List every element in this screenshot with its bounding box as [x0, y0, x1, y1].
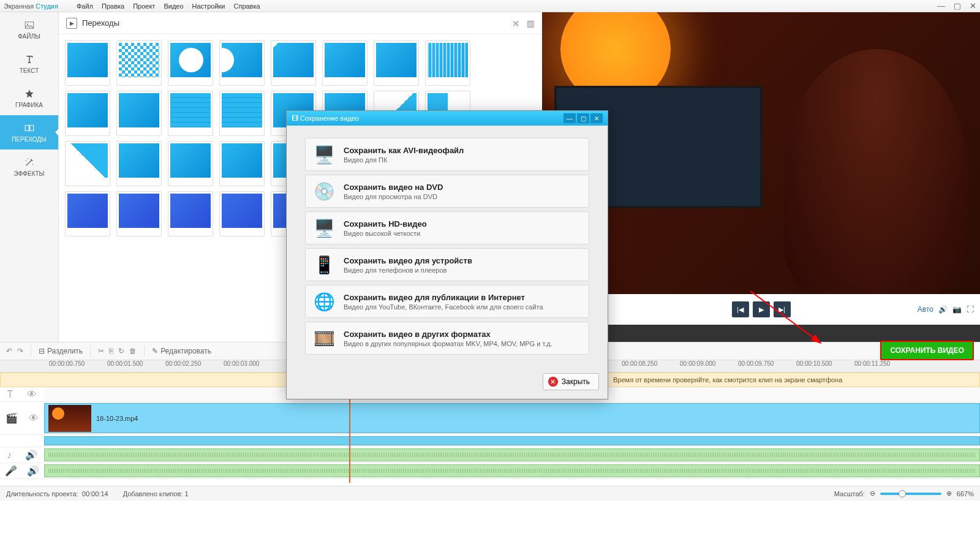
split-button[interactable]: ⊟ Разделить	[39, 347, 83, 355]
menu-settings[interactable]: Настройки	[192, 2, 225, 10]
menu-help[interactable]: Справка	[233, 2, 260, 10]
window-controls: — ▢ ✕	[937, 1, 976, 10]
clip-name: 18-10-23.mp4	[96, 415, 138, 422]
tab-files[interactable]: ФАЙЛЫ	[0, 12, 58, 47]
transition-thumb[interactable]	[116, 141, 162, 186]
cut-button[interactable]: ✂	[98, 347, 104, 355]
minimize-icon[interactable]: —	[937, 1, 945, 10]
close-x-icon: ✕	[548, 377, 558, 387]
tab-effects[interactable]: ЭФФЕКТЫ	[0, 149, 58, 184]
zoom-in-button[interactable]: ⊕	[946, 490, 952, 497]
next-frame-button[interactable]: ▶|	[774, 301, 791, 317]
maximize-icon[interactable]: ▢	[954, 1, 961, 10]
text-icon	[24, 54, 35, 65]
music-track-icon: ♪	[7, 450, 12, 461]
menu-file[interactable]: Файл	[77, 2, 93, 10]
tick: 00:00:09.750	[738, 360, 774, 367]
paste-button[interactable]: ↻	[118, 347, 124, 355]
main-menu: Файл Правка Проект Видео Настройки Справ…	[77, 2, 260, 10]
tick: 00:00:02.250	[165, 360, 201, 367]
transition-thumb[interactable]	[322, 40, 368, 86]
dialog-minimize-icon[interactable]: —	[564, 113, 576, 123]
transition-thumb[interactable]	[65, 141, 110, 186]
transition-thumb[interactable]	[219, 40, 265, 86]
snapshot-icon[interactable]: 📷	[952, 305, 962, 314]
transitions-title: Переходы	[82, 18, 119, 28]
transition-thumb[interactable]	[168, 40, 213, 86]
save-option-internet[interactable]: 🌐 Сохранить видео для публикации в Интер…	[305, 285, 589, 318]
transition-thumb[interactable]	[116, 191, 162, 236]
apply-all-icon[interactable]: ▥	[527, 18, 535, 28]
dialog-close-icon[interactable]: ✕	[590, 113, 603, 123]
volume-icon[interactable]: 🔊	[25, 449, 37, 461]
dialog-maximize-icon[interactable]: ▢	[577, 113, 589, 123]
shuffle-icon[interactable]: ⤨	[512, 18, 519, 28]
save-option-avi[interactable]: 🖥️ Сохранить как AVI-видеофайлВидео для …	[305, 138, 589, 171]
transition-thumb[interactable]	[116, 40, 162, 86]
transitions-icon	[24, 123, 35, 134]
transition-thumb[interactable]	[219, 91, 265, 136]
save-option-dvd[interactable]: 💿 Сохранить видео на DVDВидео для просмо…	[305, 175, 589, 208]
fullscreen-icon[interactable]: ⛶	[967, 305, 974, 314]
zoom-slider[interactable]	[880, 493, 941, 495]
save-video-button[interactable]: СОХРАНИТЬ ВИДЕО	[880, 341, 974, 360]
transition-thumb[interactable]	[168, 191, 213, 236]
zoom-label: Масштаб:	[834, 490, 865, 497]
preview-content	[784, 49, 968, 294]
transition-thumb[interactable]	[425, 40, 470, 86]
video-track[interactable]: 18-10-23.mp4	[44, 402, 980, 434]
volume-icon[interactable]: 🔊	[938, 305, 948, 314]
dialog-close-button[interactable]: ✕ Закрыть	[543, 373, 599, 390]
audio-clip[interactable]	[44, 464, 980, 477]
copy-button[interactable]: ⎘	[109, 347, 113, 355]
save-option-other[interactable]: 🎞️ Сохранить видео в других форматахВиде…	[305, 322, 589, 355]
menu-edit[interactable]: Правка	[102, 2, 124, 10]
overlay-clip[interactable]	[44, 436, 980, 445]
auto-label[interactable]: Авто	[918, 305, 933, 314]
clip-thumbnail	[48, 405, 91, 432]
prev-frame-button[interactable]: |◀	[732, 301, 749, 317]
save-video-dialog: 🎞 Сохранение видео — ▢ ✕ 🖥️ Сохранить ка…	[286, 110, 608, 399]
save-option-devices[interactable]: 📱 Сохранить видео для устройствВидео для…	[305, 248, 589, 281]
transition-thumb[interactable]	[65, 40, 110, 86]
transition-thumb[interactable]	[168, 91, 213, 136]
video-track-icon: 🎬	[6, 412, 18, 424]
transition-thumb[interactable]	[219, 191, 265, 236]
redo-button[interactable]: ↷	[17, 347, 23, 355]
play-button[interactable]: ▶	[753, 301, 770, 317]
wand-icon	[24, 157, 35, 168]
globe-icon: 🌐	[313, 290, 335, 312]
transition-thumb[interactable]	[271, 40, 316, 86]
transition-thumb[interactable]	[219, 141, 265, 186]
transition-thumb[interactable]	[116, 91, 162, 136]
tab-text[interactable]: ТЕКСТ	[0, 47, 58, 81]
volume-icon[interactable]: 🔊	[27, 465, 39, 477]
tab-transitions[interactable]: ПЕРЕХОДЫ	[0, 115, 58, 149]
tick: 00:00:10.500	[796, 360, 832, 367]
overlay-track[interactable]	[44, 435, 980, 447]
tick: 00:00:00.750	[49, 360, 85, 367]
transition-thumb[interactable]	[65, 91, 110, 136]
edit-button[interactable]: ✎ Редактировать	[152, 347, 211, 355]
transition-thumb[interactable]	[374, 40, 419, 86]
menu-project[interactable]: Проект	[133, 2, 155, 10]
dialog-titlebar[interactable]: 🎞 Сохранение видео — ▢ ✕	[287, 111, 608, 126]
transition-thumb[interactable]	[65, 191, 110, 236]
delete-button[interactable]: 🗑	[129, 347, 137, 355]
eye-icon[interactable]: 👁	[27, 389, 37, 400]
eye-icon[interactable]: 👁	[29, 413, 39, 424]
left-sidebar: ФАЙЛЫ ТЕКСТ ГРАФИКА ПЕРЕХОДЫ ЭФФЕКТЫ	[0, 12, 59, 342]
menu-video[interactable]: Видео	[164, 2, 183, 10]
tab-graphics[interactable]: ГРАФИКА	[0, 81, 58, 115]
audio-track-1[interactable]	[44, 447, 980, 463]
zoom-out-button[interactable]: ⊖	[870, 490, 875, 497]
close-icon[interactable]: ✕	[970, 1, 976, 10]
audio-track-2[interactable]	[44, 463, 980, 478]
undo-button[interactable]: ↶	[6, 347, 12, 355]
split-icon: ⊟	[39, 347, 45, 355]
video-clip[interactable]: 18-10-23.mp4	[44, 403, 980, 433]
transition-thumb[interactable]	[168, 141, 213, 186]
save-option-hd[interactable]: 🖥️ Сохранить HD-видеоВидео высокой четко…	[305, 211, 589, 244]
film-icon: 🎞	[292, 115, 298, 122]
audio-clip[interactable]	[44, 448, 980, 461]
